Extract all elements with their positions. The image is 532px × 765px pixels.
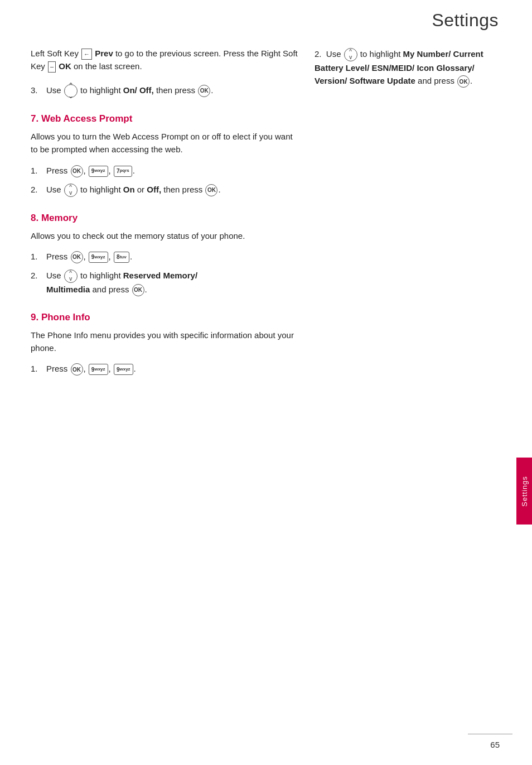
section-8-heading: 8. Memory (31, 213, 298, 224)
right-column: 2. Use ^v to highlight My Number/ Curren… (315, 47, 504, 381)
left-column: Left Soft Key ← Prev to go to the previo… (31, 47, 315, 381)
page-title: Settings (432, 10, 499, 31)
page-container: Settings Settings Left Soft Key ← Prev t… (0, 0, 532, 765)
intro-paragraph: Left Soft Key ← Prev to go to the previo… (31, 47, 298, 73)
section-7-heading: 7. Web Access Prompt (31, 113, 298, 124)
ok-icon-8-1: OK (71, 251, 83, 263)
nav-icon-8-2: ^v (64, 270, 78, 283)
ok-icon-3: OK (198, 85, 210, 97)
right-soft-key-icon: – (48, 61, 56, 73)
section-8-steps: 1. Press OK, 9wxyz, 8tuv. 2. Use ^v to h… (31, 250, 298, 296)
section-8-step-1: 1. Press OK, 9wxyz, 8tuv. (31, 250, 298, 263)
nav-icon-7-2: ^v (64, 184, 78, 197)
right-step-2: 2. Use ^v to highlight My Number/ Curren… (315, 47, 504, 88)
side-tab-label: Settings (520, 476, 529, 507)
section-9-step-1: 1. Press OK, 9wxyz, 9wxyz. (31, 362, 298, 376)
page-number: 65 (490, 740, 500, 749)
side-tab: Settings (516, 458, 532, 525)
main-content: Left Soft Key ← Prev to go to the previo… (0, 0, 532, 381)
ok-icon-8-2: OK (132, 284, 144, 296)
ok-icon-right-2: OK (457, 75, 470, 88)
section-8-step-2: 2. Use ^v to highlight Reserved Memory/M… (31, 269, 298, 296)
key-9wxyz-8-1: 9wxyz (89, 252, 108, 263)
key-9wxyz-9-1b: 9wxyz (114, 364, 133, 375)
section-7-desc: Allows you to turn the Web Access Prompt… (31, 130, 298, 156)
section-9-heading: 9. Phone Info (31, 312, 298, 323)
nav-icon-3: ⌃⌄ (64, 84, 78, 98)
section-8-desc: Allows you to check out the memory statu… (31, 229, 298, 242)
key-9wxyz-9-1a: 9wxyz (89, 364, 108, 375)
nav-icon-right-2: ^v (344, 48, 357, 61)
step-list-pre: 3. Use ⌃⌄ to highlight On/ Off, then pre… (31, 84, 298, 98)
section-7-step-2: 2. Use ^v to highlight On or Off, then p… (31, 183, 298, 197)
section-7-steps: 1. Press OK, 9wxyz, 7pqrs. 2. Use ^v to … (31, 164, 298, 197)
bottom-rule (468, 734, 512, 734)
section-9-steps: 1. Press OK, 9wxyz, 9wxyz. (31, 362, 298, 376)
section-7-step-1: 1. Press OK, 9wxyz, 7pqrs. (31, 164, 298, 177)
left-soft-key-icon: ← (81, 49, 92, 60)
key-7pqrs-7-1: 7pqrs (114, 166, 132, 177)
key-8tuv-8-1: 8tuv (114, 252, 129, 263)
ok-icon-7-1: OK (71, 165, 83, 177)
key-9wxyz-7-1: 9wxyz (89, 166, 108, 177)
step-3: 3. Use ⌃⌄ to highlight On/ Off, then pre… (31, 84, 298, 98)
section-9-desc: The Phone Info menu provides you with sp… (31, 329, 298, 355)
ok-icon-7-2: OK (205, 184, 217, 196)
ok-icon-9-1: OK (71, 363, 83, 376)
